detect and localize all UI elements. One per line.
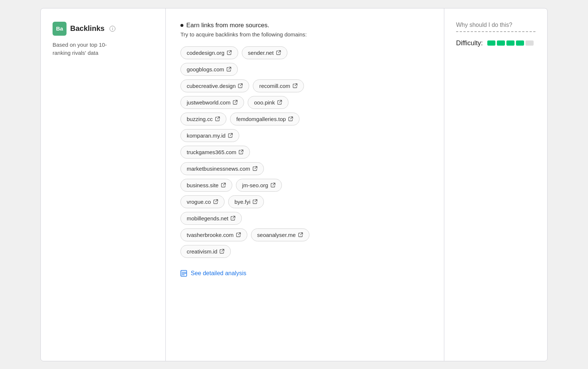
domain-chip[interactable]: truckgames365.com: [180, 146, 250, 159]
external-link-icon: [238, 83, 243, 88]
domain-chip[interactable]: mobillegends.net: [180, 212, 242, 225]
domain-chip[interactable]: bye.fyi: [228, 195, 264, 208]
external-link-icon: [276, 50, 281, 55]
section-title: Backlinks: [70, 24, 104, 33]
difficulty-bar-filled: [516, 40, 524, 46]
domain-name: justwebworld.com: [187, 99, 230, 106]
domain-name: seoanalyser.me: [257, 232, 296, 238]
domain-chip[interactable]: femdomgalleries.top: [230, 113, 300, 125]
external-link-icon: [230, 216, 236, 221]
domain-row: tvasherbrooke.comseoanalyser.me: [180, 228, 429, 241]
difficulty-row: Difficulty:: [456, 39, 535, 47]
domain-row: marketbusinessnews.com: [180, 162, 429, 175]
domain-chip[interactable]: vrogue.co: [180, 195, 225, 208]
domains-list: codedesign.orgsender.netgoogblogs.comcub…: [180, 46, 429, 258]
domain-row: codedesign.orgsender.net: [180, 46, 429, 59]
domain-name: codedesign.org: [187, 50, 225, 56]
ba-icon: Ba: [53, 22, 67, 36]
earn-links-sub: Try to acquire backlinks from the follow…: [180, 31, 429, 38]
external-link-icon: [298, 232, 303, 237]
domain-name: googblogs.com: [187, 66, 224, 72]
difficulty-bar-filled: [506, 40, 514, 46]
domain-chip[interactable]: jm-seo.org: [236, 179, 282, 192]
domain-chip[interactable]: tvasherbrooke.com: [180, 228, 247, 241]
domain-name: buzzing.cc: [187, 116, 213, 122]
external-link-icon: [252, 166, 258, 171]
right-panel: Why should I do this? Difficulty:: [444, 8, 547, 361]
domain-name: truckgames365.com: [187, 149, 236, 155]
domain-name: cubecreative.design: [187, 83, 236, 89]
ba-subtitle: Based on your top 10- ranking rivals' da…: [53, 41, 154, 57]
domain-name: recomill.com: [259, 83, 290, 89]
domain-row: business.sitejm-seo.org: [180, 179, 429, 192]
earn-links-title: Earn links from more sources.: [180, 22, 429, 29]
external-link-icon: [213, 199, 218, 204]
domain-row: creativism.id: [180, 245, 429, 258]
domain-row: cubecreative.designrecomill.com: [180, 79, 429, 92]
domain-chip[interactable]: buzzing.cc: [180, 113, 226, 125]
why-title: Why should I do this?: [456, 22, 535, 32]
see-analysis-link[interactable]: See detailed analysis: [180, 270, 246, 277]
domain-row: buzzing.ccfemdomgalleries.top: [180, 113, 429, 125]
domain-chip[interactable]: googblogs.com: [180, 63, 238, 76]
domain-name: mobillegends.net: [187, 215, 228, 221]
domain-name: marketbusinessnews.com: [187, 166, 250, 172]
domain-chip[interactable]: codedesign.org: [180, 46, 238, 59]
domain-row: mobillegends.net: [180, 212, 429, 225]
difficulty-label: Difficulty:: [456, 39, 483, 47]
domain-chip[interactable]: justwebworld.com: [180, 96, 244, 109]
external-link-icon: [288, 116, 293, 121]
domain-name: sender.net: [248, 50, 274, 56]
see-analysis-label: See detailed analysis: [191, 270, 246, 277]
domain-name: femdomgalleries.top: [236, 116, 286, 122]
domain-name: komparan.my.id: [187, 132, 226, 139]
external-link-icon: [221, 182, 226, 188]
domain-row: justwebworld.comooo.pink: [180, 96, 429, 109]
domain-chip[interactable]: cubecreative.design: [180, 79, 249, 92]
backlinks-card: Ba Backlinks i Based on your top 10- ran…: [40, 8, 548, 361]
domain-row: truckgames365.com: [180, 146, 429, 159]
domain-name: bye.fyi: [234, 199, 250, 205]
domain-chip[interactable]: recomill.com: [253, 79, 304, 92]
external-link-icon: [239, 149, 244, 155]
difficulty-bar-filled: [497, 40, 505, 46]
external-link-icon: [236, 232, 241, 237]
domain-name: tvasherbrooke.com: [187, 232, 234, 238]
domain-row: komparan.my.id: [180, 129, 429, 142]
external-link-icon: [226, 67, 232, 72]
external-link-icon: [219, 249, 225, 254]
domain-name: jm-seo.org: [242, 182, 268, 188]
domain-chip[interactable]: business.site: [180, 179, 232, 192]
domain-name: creativism.id: [187, 248, 217, 255]
external-link-icon: [293, 83, 298, 88]
domain-name: ooo.pink: [254, 99, 275, 106]
external-link-icon: [215, 116, 220, 121]
domain-row: googblogs.com: [180, 63, 429, 76]
external-link-icon: [277, 100, 282, 105]
external-link-icon: [270, 182, 276, 188]
analysis-icon: [180, 270, 188, 277]
domain-chip[interactable]: sender.net: [242, 46, 287, 59]
difficulty-bars: [487, 40, 534, 46]
difficulty-bar-filled: [487, 40, 495, 46]
domain-chip[interactable]: komparan.my.id: [180, 129, 239, 142]
external-link-icon: [228, 133, 233, 138]
external-link-icon: [252, 199, 258, 204]
left-panel: Ba Backlinks i Based on your top 10- ran…: [41, 8, 166, 361]
domain-row: vrogue.cobye.fyi: [180, 195, 429, 208]
external-link-icon: [227, 50, 232, 55]
external-link-icon: [233, 100, 238, 105]
domain-chip[interactable]: marketbusinessnews.com: [180, 162, 264, 175]
domain-chip[interactable]: creativism.id: [180, 245, 231, 258]
domain-chip[interactable]: ooo.pink: [248, 96, 288, 109]
difficulty-bar-empty: [526, 40, 534, 46]
domain-name: vrogue.co: [187, 199, 211, 205]
bullet-icon: [180, 24, 183, 27]
svg-rect-4: [181, 270, 182, 276]
ba-header: Ba Backlinks i: [53, 22, 154, 36]
domain-chip[interactable]: seoanalyser.me: [251, 228, 309, 241]
info-icon[interactable]: i: [110, 26, 115, 32]
domain-name: business.site: [187, 182, 219, 188]
middle-panel: Earn links from more sources. Try to acq…: [166, 8, 444, 361]
